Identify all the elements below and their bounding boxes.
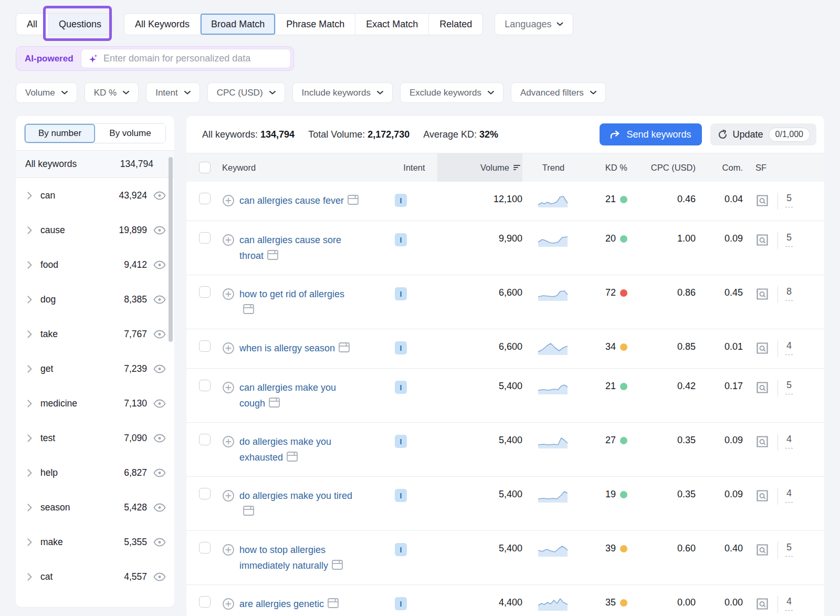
eye-toggle[interactable] — [153, 260, 166, 269]
by-volume-toggle[interactable]: By volume — [95, 124, 165, 143]
intent-badge[interactable]: I — [395, 194, 407, 207]
chevron-right-icon[interactable] — [27, 330, 32, 338]
intent-badge[interactable]: I — [395, 489, 407, 502]
send-keywords-button[interactable]: Send keywords — [600, 123, 701, 145]
filter-advanced[interactable]: Advanced filters — [511, 82, 606, 103]
add-keyword-icon[interactable] — [222, 544, 235, 556]
add-keyword-icon[interactable] — [222, 342, 235, 354]
intent-badge[interactable]: I — [395, 287, 407, 300]
keyword-link[interactable]: can allergies cause sore throat — [239, 232, 359, 264]
select-all-checkbox[interactable] — [199, 162, 211, 173]
serp-features-icon[interactable] — [243, 304, 254, 314]
eye-toggle[interactable] — [153, 295, 166, 304]
filter-exclude-keywords[interactable]: Exclude keywords — [400, 82, 503, 103]
add-keyword-icon[interactable] — [222, 435, 235, 448]
eye-icon[interactable] — [153, 399, 166, 408]
sidebar-scrollbar[interactable] — [169, 157, 173, 342]
chevron-right-icon[interactable] — [27, 573, 32, 581]
column-header-kd[interactable]: KD % — [584, 153, 627, 182]
filter-intent[interactable]: Intent — [146, 82, 200, 103]
sidebar-item-cat[interactable]: cat4,557 — [16, 559, 174, 594]
serp-features-icon[interactable] — [287, 452, 298, 462]
sf-value[interactable]: 4 — [785, 596, 793, 611]
eye-toggle[interactable] — [153, 434, 166, 443]
filter-cpc[interactable]: CPC (USD) — [207, 82, 285, 103]
eye-toggle[interactable] — [153, 503, 166, 512]
eye-toggle[interactable] — [153, 191, 166, 200]
sidebar-item-cause[interactable]: cause19,899 — [16, 213, 174, 247]
eye-icon[interactable] — [153, 503, 166, 512]
chevron-right-icon[interactable] — [27, 400, 32, 408]
eye-toggle[interactable] — [153, 468, 166, 477]
sf-value[interactable]: 5 — [785, 542, 793, 557]
eye-icon[interactable] — [153, 226, 166, 235]
add-keyword-icon[interactable] — [222, 234, 235, 246]
intent-badge[interactable]: I — [395, 233, 407, 246]
keyword-link[interactable]: can allergies cause fever — [239, 193, 359, 208]
keyword-link[interactable]: when is allergy season — [239, 340, 350, 356]
sidebar-item-test[interactable]: test7,090 — [16, 421, 174, 455]
chevron-right-icon[interactable] — [27, 434, 32, 442]
column-header-keyword[interactable]: Keyword — [222, 153, 391, 182]
sidebar-item-take[interactable]: take7,767 — [16, 317, 174, 351]
add-keyword-icon[interactable] — [222, 288, 235, 300]
column-header-volume[interactable]: Volume — [437, 153, 522, 182]
eye-icon[interactable] — [153, 434, 166, 443]
serp-features-icon[interactable] — [332, 560, 343, 570]
intent-badge[interactable]: I — [395, 435, 407, 448]
column-header-trend[interactable]: Trend — [522, 153, 584, 182]
intent-badge[interactable]: I — [395, 597, 407, 610]
serp-preview-icon[interactable] — [755, 598, 769, 610]
eye-toggle[interactable] — [153, 364, 166, 373]
serp-features-icon[interactable] — [348, 195, 359, 205]
intent-badge[interactable]: I — [395, 543, 407, 556]
sidebar-item-medicine[interactable]: medicine7,130 — [16, 386, 174, 421]
serp-features-icon[interactable] — [267, 250, 278, 260]
row-checkbox[interactable] — [199, 340, 211, 352]
sf-value[interactable]: 5 — [785, 380, 793, 394]
row-checkbox[interactable] — [199, 286, 211, 298]
sf-value[interactable]: 4 — [785, 488, 793, 503]
row-checkbox[interactable] — [199, 488, 211, 499]
column-header-com[interactable]: Com. — [696, 153, 743, 182]
filter-volume[interactable]: Volume — [16, 82, 77, 103]
eye-icon[interactable] — [153, 330, 166, 339]
chevron-right-icon[interactable] — [27, 504, 32, 511]
tab-exact-match[interactable]: Exact Match — [355, 14, 428, 35]
chevron-right-icon[interactable] — [27, 226, 32, 234]
chevron-right-icon[interactable] — [27, 538, 32, 546]
languages-dropdown[interactable]: Languages — [495, 13, 573, 35]
eye-icon[interactable] — [153, 364, 166, 373]
keyword-link[interactable]: how to stop allergies immediately natura… — [239, 542, 359, 573]
keyword-link[interactable]: can allergies make you cough — [239, 380, 359, 411]
sidebar-item-season[interactable]: season5,428 — [16, 490, 174, 525]
eye-toggle[interactable] — [153, 226, 166, 235]
column-header-sf[interactable]: SF — [743, 153, 812, 182]
tab-phrase-match[interactable]: Phrase Match — [275, 14, 355, 35]
sidebar-item-get[interactable]: get7,239 — [16, 351, 174, 386]
serp-preview-icon[interactable] — [755, 382, 769, 393]
row-checkbox[interactable] — [199, 596, 211, 608]
keyword-link[interactable]: do allergies make you exhausted — [239, 434, 359, 465]
eye-toggle[interactable] — [153, 572, 166, 581]
sidebar-item-make[interactable]: make5,355 — [16, 525, 174, 559]
sf-value[interactable]: 4 — [785, 434, 793, 448]
serp-preview-icon[interactable] — [755, 544, 769, 556]
serp-preview-icon[interactable] — [755, 436, 769, 447]
by-number-toggle[interactable]: By number — [25, 124, 95, 143]
row-checkbox[interactable] — [199, 380, 211, 391]
sidebar-item-dog[interactable]: dog8,385 — [16, 282, 174, 317]
serp-preview-icon[interactable] — [755, 195, 769, 206]
sf-value[interactable]: 5 — [785, 232, 793, 247]
chevron-right-icon[interactable] — [27, 365, 32, 373]
intent-badge[interactable]: I — [395, 381, 407, 394]
add-keyword-icon[interactable] — [222, 489, 235, 502]
sidebar-item-can[interactable]: can43,924 — [16, 178, 174, 213]
filter-kd[interactable]: KD % — [85, 82, 139, 103]
sf-value[interactable]: 5 — [785, 193, 793, 207]
sidebar-item-food[interactable]: food9,412 — [16, 247, 174, 282]
serp-features-icon[interactable] — [243, 506, 254, 516]
serp-preview-icon[interactable] — [755, 288, 769, 300]
domain-input[interactable] — [103, 53, 283, 64]
sf-value[interactable]: 4 — [785, 340, 793, 355]
